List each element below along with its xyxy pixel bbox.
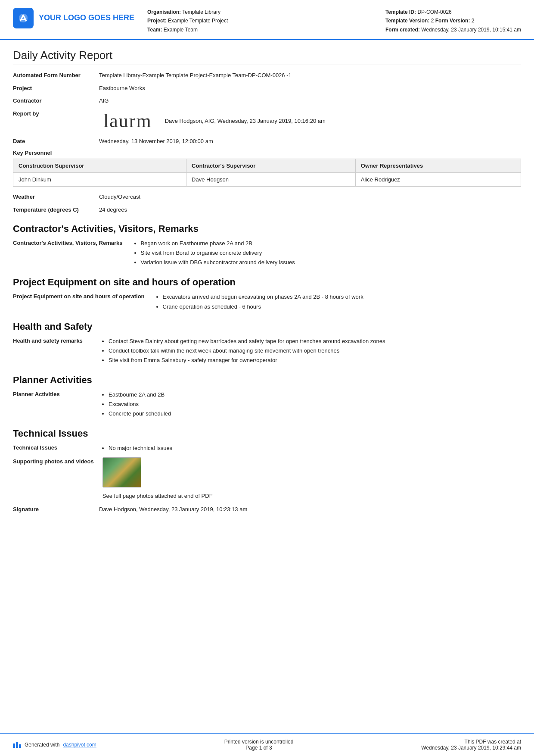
logo-text: YOUR LOGO GOES HERE: [39, 13, 134, 23]
footer-right: This PDF was created at Wednesday, 23 Ja…: [421, 739, 521, 751]
list-item: Variation issue with DBG subcontractor a…: [141, 258, 521, 267]
health-safety-label: Health and safety remarks: [13, 337, 99, 346]
project-row: Project Eastbourne Works: [13, 84, 521, 93]
footer-right-line1: This PDF was created at: [421, 739, 521, 745]
header-meta: Organisation: Template Library Project: …: [147, 8, 385, 34]
template-id-label: Template ID:: [385, 9, 416, 15]
planner-activities-label: Planner Activities: [13, 390, 99, 399]
bar1: [13, 744, 15, 748]
page: YOUR LOGO GOES HERE Organisation: Templa…: [0, 0, 534, 756]
row1-col1: John Dinkum: [13, 173, 186, 187]
project-value: Example Template Project: [168, 18, 228, 24]
form-created-value: Wednesday, 23 January 2019, 10:15:41 am: [421, 27, 521, 33]
list-item: Crane operation as scheduled - 6 hours: [163, 302, 521, 312]
org-value: Template Library: [182, 9, 220, 15]
project-equipment-label: Project Equipment on site and hours of o…: [13, 292, 153, 301]
footer-right-line2: Wednesday, 23 January 2019, 10:29:44 am: [421, 745, 521, 751]
technical-issues-label: Technical Issues: [13, 444, 99, 453]
form-number-label: Automated Form Number: [13, 71, 99, 80]
footer-center: Printed version is uncontrolled Page 1 o…: [224, 739, 294, 751]
list-item: Contact Steve Daintry about getting new …: [109, 337, 521, 346]
form-version-label: Form Version:: [435, 18, 470, 24]
report-title: Daily Activity Report: [13, 49, 521, 65]
planner-activities-field: Planner Activities Eastbourne 2A and 2B …: [13, 390, 521, 419]
list-item: Site visit from Emma Sainsbury - safety …: [109, 356, 521, 365]
col2-header: Contractor's Supervisor: [186, 159, 356, 173]
personnel-table: Construction Supervisor Contractor's Sup…: [13, 159, 521, 187]
list-item: Excavators arrived and begun excavating …: [163, 292, 521, 302]
team-label: Team:: [147, 27, 162, 33]
org-row: Organisation: Template Library: [147, 8, 385, 16]
health-safety-title: Health and Safety: [13, 321, 521, 332]
report-by-label: Report by: [13, 109, 99, 118]
list-item: Excavations: [109, 400, 521, 409]
planner-activities-title: Planner Activities: [13, 375, 521, 386]
technical-issues-field: Technical Issues No major technical issu…: [13, 444, 521, 453]
signature-value: Dave Hodgson, Wednesday, 23 January 2019…: [99, 505, 521, 514]
contractors-activities-field: Contractor's Activities, Visitors, Remar…: [13, 239, 521, 267]
header: YOUR LOGO GOES HERE Organisation: Templa…: [0, 0, 534, 40]
logo-icon: [13, 8, 34, 28]
template-id-value: DP-COM-0026: [417, 9, 451, 15]
photos-caption: See full page photos attached at end of …: [102, 492, 521, 500]
list-item: Began work on Eastbourne phase 2A and 2B: [141, 239, 521, 248]
contractor-row: Contractor AIG: [13, 97, 521, 105]
technical-issues-title: Technical Issues: [13, 428, 521, 439]
signature-row: Signature Dave Hodgson, Wednesday, 23 Ja…: [13, 505, 521, 514]
temperature-row: Temperature (degrees C) 24 degrees: [13, 206, 521, 214]
project-field-value: Eastbourne Works: [99, 84, 521, 93]
footer: Generated with dashpivot.com Printed ver…: [0, 733, 534, 756]
list-item: Concrete pour scheduled: [109, 409, 521, 419]
generated-text: Generated with: [25, 742, 59, 748]
date-label: Date: [13, 137, 99, 146]
technical-issues-list: No major technical issues: [99, 444, 521, 453]
photos-label: Supporting photos and videos: [13, 457, 102, 466]
list-item: Conduct toolbox talk within the next wee…: [109, 346, 521, 356]
project-label: Project:: [147, 18, 167, 24]
template-version-row: Template Version: 2 Form Version: 2: [385, 16, 521, 25]
health-safety-field: Health and safety remarks Contact Steve …: [13, 337, 521, 365]
planner-activities-list: Eastbourne 2A and 2B Excavations Concret…: [99, 390, 521, 419]
contractors-activities-title: Contractor's Activities, Visitors, Remar…: [13, 223, 521, 234]
contractor-label: Contractor: [13, 97, 99, 105]
report-by-value: laurm Dave Hodgson, AIG, Wednesday, 23 J…: [99, 109, 521, 133]
list-item: Eastbourne 2A and 2B: [109, 390, 521, 400]
header-right: Template ID: DP-COM-0026 Template Versio…: [385, 8, 521, 34]
form-version-value: 2: [472, 18, 475, 24]
date-value: Wednesday, 13 November 2019, 12:00:00 am: [99, 137, 521, 146]
weather-value: Cloudy/Overcast: [99, 193, 521, 201]
col1-header: Construction Supervisor: [13, 159, 186, 173]
health-safety-list: Contact Steve Daintry about getting new …: [99, 337, 521, 365]
col3-header: Owner Representatives: [355, 159, 521, 173]
footer-center-line1: Printed version is uncontrolled: [224, 739, 294, 745]
key-personnel-heading: Key Personnel: [13, 150, 521, 156]
footer-left: Generated with dashpivot.com: [13, 742, 96, 748]
photos-row: Supporting photos and videos See full pa…: [13, 457, 521, 500]
template-version-label: Template Version:: [385, 18, 429, 24]
bar3: [19, 744, 21, 748]
dashpivot-link[interactable]: dashpivot.com: [63, 742, 96, 748]
main-content: Daily Activity Report Automated Form Num…: [0, 40, 534, 733]
signature-label: Signature: [13, 505, 99, 514]
weather-row: Weather Cloudy/Overcast: [13, 193, 521, 201]
weather-label: Weather: [13, 193, 99, 201]
contractors-activities-label: Contractor's Activities, Visitors, Remar…: [13, 239, 131, 248]
signature-image: laurm: [99, 109, 156, 133]
project-equipment-field: Project Equipment on site and hours of o…: [13, 292, 521, 311]
form-number-value: Template Library-Example Template Projec…: [99, 71, 521, 80]
dashpivot-logo-icon: [13, 742, 21, 748]
temperature-label: Temperature (degrees C): [13, 206, 99, 214]
report-by-text: Dave Hodgson, AIG, Wednesday, 23 January…: [165, 117, 326, 125]
contractors-activities-list: Began work on Eastbourne phase 2A and 2B…: [131, 239, 521, 267]
template-version-value: 2: [431, 18, 434, 24]
project-row: Project: Example Template Project: [147, 16, 385, 25]
template-id-row: Template ID: DP-COM-0026: [385, 8, 521, 16]
form-created-row: Form created: Wednesday, 23 January 2019…: [385, 25, 521, 34]
form-number-row: Automated Form Number Template Library-E…: [13, 71, 521, 80]
photo-thumbnail: [102, 457, 141, 487]
footer-page-number: Page 1 of 3: [224, 745, 294, 751]
bar2: [16, 742, 18, 748]
date-row: Date Wednesday, 13 November 2019, 12:00:…: [13, 137, 521, 146]
photos-value: See full page photos attached at end of …: [102, 457, 521, 500]
logo-area: YOUR LOGO GOES HERE: [13, 8, 134, 28]
